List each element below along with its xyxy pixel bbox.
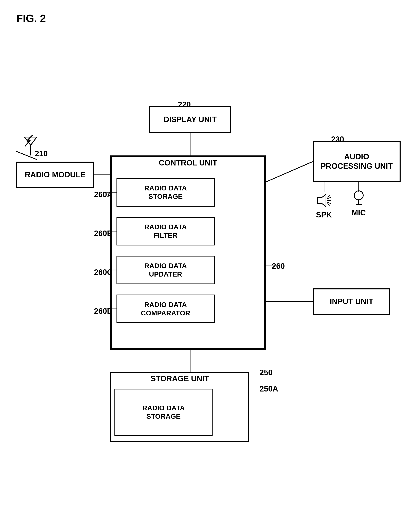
figure-label: FIG. 2 [16, 12, 46, 25]
ref-260a: 260A [94, 190, 113, 199]
ref-260: 260 [272, 262, 285, 271]
display-unit-box: DISPLAY UNIT [149, 106, 231, 133]
spk-label: SPK [316, 210, 332, 219]
audio-processing-unit-box: AUDIO PROCESSING UNIT [313, 141, 401, 182]
svg-line-5 [327, 203, 330, 205]
antenna-group [20, 133, 41, 158]
svg-line-13 [28, 135, 33, 140]
spk-group: SPK [316, 192, 332, 219]
svg-line-2 [327, 197, 331, 199]
radio-data-filter-box: RADIO DATA FILTER [117, 217, 215, 246]
radio-data-updater-box: RADIO DATA UPDATER [117, 256, 215, 284]
svg-marker-0 [318, 194, 326, 207]
mic-group: MIC [352, 190, 366, 217]
radio-module-box: RADIO MODULE [16, 162, 94, 188]
input-unit-box: INPUT UNIT [313, 288, 390, 315]
ref-260c: 260C [94, 268, 113, 277]
ref-250a: 250A [260, 385, 278, 393]
svg-line-4 [327, 202, 331, 203]
radio-data-storage-outer-box: RADIO DATA STORAGE [114, 389, 212, 436]
ref-250: 250 [260, 368, 272, 377]
svg-line-1 [327, 195, 330, 197]
svg-line-18 [266, 162, 313, 182]
ref-260b: 260B [94, 229, 113, 238]
spk-icon [316, 192, 332, 209]
svg-line-11 [31, 137, 37, 145]
antenna-icon [20, 133, 41, 157]
ref-260d: 260D [94, 307, 113, 316]
storage-unit-label: STORAGE UNIT [114, 374, 245, 383]
radio-data-storage-inner-box: RADIO DATA STORAGE [117, 178, 215, 207]
control-unit-label: CONTROL UNIT [123, 158, 254, 167]
svg-point-6 [354, 191, 363, 200]
mic-icon [352, 190, 366, 207]
radio-data-comparator-box: RADIO DATA COMPARATOR [117, 295, 215, 323]
mic-label: MIC [352, 208, 366, 217]
